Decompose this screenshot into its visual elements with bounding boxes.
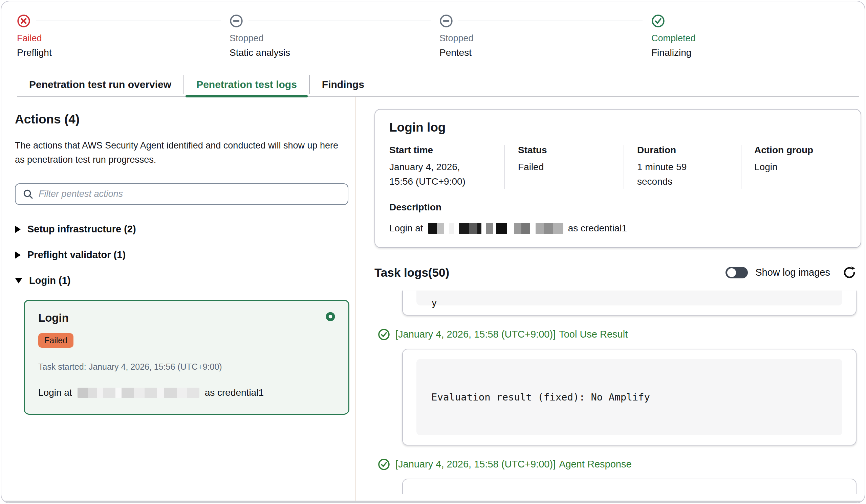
- code-block: Evaluation result (fixed): No Amplify: [417, 359, 842, 435]
- task-logs-title: Task logs(50): [375, 266, 449, 279]
- field-duration: Duration 1 minute 59 seconds: [624, 145, 741, 189]
- log-entry-link[interactable]: [January 4, 2026, 15:58 (UTC+9:00)] Agen…: [396, 459, 632, 470]
- step-status: Stopped: [230, 33, 440, 44]
- check-circle-icon: [378, 458, 390, 470]
- filter-pentest-actions-input[interactable]: [38, 189, 341, 199]
- group-setup-infrastructure[interactable]: Setup infrastructure (2): [15, 222, 347, 236]
- selected-radio-icon[interactable]: [325, 311, 335, 322]
- step-name: Preflight: [17, 47, 230, 58]
- step-finalizing: Completed Finalizing: [651, 14, 855, 58]
- stopped-circle-minus-icon: [230, 14, 243, 28]
- run-progress-stepper: Failed Preflight Stopped Static analysis: [1, 1, 865, 58]
- tab-bar: Penetration test run overview Penetratio…: [1, 72, 865, 97]
- group-login[interactable]: Login (1): [15, 274, 347, 287]
- step-static-analysis: Stopped Static analysis: [230, 14, 440, 58]
- stepper-connector: [36, 21, 221, 22]
- step-status: Failed: [17, 33, 230, 44]
- redacted-text-block: [78, 388, 199, 398]
- task-started-text: Task started: January 4, 2026, 15:56 (UT…: [38, 362, 335, 372]
- log-entry-agent-response: [January 4, 2026, 15:58 (UTC+9:00)] Agen…: [378, 458, 861, 470]
- log-card-clipped-top: y: [402, 290, 856, 316]
- login-action-card[interactable]: Login Failed Task started: January 4, 20…: [24, 300, 349, 415]
- login-log-fields: Start time January 4, 2026, 15:56 (UTC+9…: [389, 145, 846, 189]
- login-log-description-line: Login at as credential1: [389, 223, 846, 234]
- code-block: y: [417, 290, 842, 306]
- log-entry-link[interactable]: [January 4, 2026, 15:58 (UTC+9:00)] Tool…: [396, 329, 628, 340]
- step-name: Pentest: [440, 47, 651, 58]
- stepper-connector: [248, 21, 431, 22]
- redacted-text-block: [428, 223, 563, 234]
- stepper-connector: [458, 21, 643, 22]
- show-log-images-toggle[interactable]: [725, 267, 748, 278]
- refresh-icon: [842, 265, 856, 280]
- chevron-down-icon: [15, 278, 22, 284]
- actions-panel-title: Actions (4): [15, 112, 347, 126]
- step-status: Completed: [651, 33, 855, 44]
- window-bottom-edge: [1, 501, 865, 503]
- app-window: Failed Preflight Stopped Static analysis: [1, 1, 865, 503]
- failed-circle-x-icon: [17, 14, 31, 28]
- actions-panel: Actions (4) The actions that AWS Securit…: [1, 97, 355, 503]
- step-name: Finalizing: [651, 47, 855, 58]
- toggle-knob: [727, 268, 736, 277]
- step-status: Stopped: [440, 33, 651, 44]
- action-groups-tree: Setup infrastructure (2) Preflight valid…: [15, 222, 347, 287]
- filter-pentest-actions-box[interactable]: [15, 183, 348, 205]
- action-card-title: Login: [38, 311, 335, 324]
- status-badge: Failed: [38, 333, 74, 348]
- task-log-list[interactable]: y [January 4, 2026, 15:58 (UTC+9:00)] To…: [375, 288, 861, 494]
- task-logs-header: Task logs(50) Show log images: [375, 265, 861, 280]
- description-label: Description: [389, 202, 846, 213]
- log-entry-tool-use-result: [January 4, 2026, 15:58 (UTC+9:00)] Tool…: [378, 329, 861, 341]
- refresh-button[interactable]: [842, 265, 856, 280]
- login-log-card: Login log Start time January 4, 2026, 15…: [375, 109, 861, 248]
- log-card-clipped-bottom: [402, 479, 856, 494]
- action-description-line: Login at as credential1: [38, 387, 335, 398]
- tab-findings[interactable]: Findings: [310, 72, 376, 97]
- stopped-circle-minus-icon: [440, 14, 453, 28]
- check-circle-icon: [378, 329, 390, 341]
- chevron-right-icon: [15, 226, 21, 233]
- field-start-time: Start time January 4, 2026, 15:56 (UTC+9…: [389, 145, 504, 189]
- tab-penetration-test-run-overview[interactable]: Penetration test run overview: [17, 72, 184, 97]
- chevron-right-icon: [15, 251, 21, 259]
- log-detail-panel: Login log Start time January 4, 2026, 15…: [355, 97, 865, 503]
- group-preflight-validator[interactable]: Preflight validator (1): [15, 248, 347, 262]
- tab-penetration-test-logs[interactable]: Penetration test logs: [184, 72, 309, 97]
- field-status: Status Failed: [504, 145, 624, 189]
- field-action-group: Action group Login: [741, 145, 846, 189]
- step-preflight: Failed Preflight: [17, 14, 230, 58]
- completed-circle-check-icon: [651, 14, 665, 28]
- log-card-tool-use-result: Evaluation result (fixed): No Amplify: [402, 349, 856, 446]
- step-pentest: Stopped Pentest: [440, 14, 651, 58]
- search-icon: [22, 188, 34, 200]
- login-log-title: Login log: [389, 121, 846, 135]
- step-name: Static analysis: [230, 47, 440, 58]
- show-log-images-label: Show log images: [755, 267, 830, 278]
- actions-panel-description: The actions that AWS Security Agent iden…: [15, 139, 347, 167]
